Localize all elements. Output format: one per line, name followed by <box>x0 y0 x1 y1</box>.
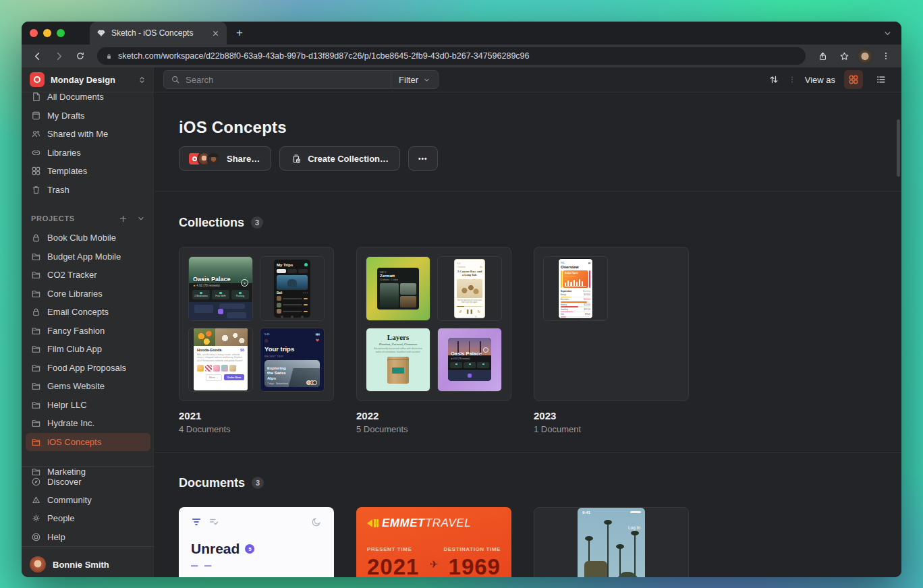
project-gems-website[interactable]: Gems Website <box>22 377 155 396</box>
trip-photo-card: Exploring the Swiss Alps 7 days · Switze… <box>264 360 320 388</box>
browser-window: Sketch - iOS Concepts + sketch.com/works… <box>22 22 901 577</box>
main-panel: Filter View as iOS Concepts <box>155 67 901 577</box>
close-window-button[interactable] <box>30 29 38 37</box>
bookmark-star-button[interactable] <box>835 47 853 65</box>
list-view-button[interactable] <box>872 70 891 89</box>
url-text: sketch.com/workspace/d22b88f0-63a9-43ab-… <box>118 51 530 61</box>
address-bar[interactable]: sketch.com/workspace/d22b88f0-63a9-43ab-… <box>97 47 806 65</box>
project-ios-concepts-selected[interactable]: iOS Concepts <box>26 433 150 452</box>
doc-thumb-oasis-palace: × Oasis Palace ★ 4.92 (78 reviews) 2 Bed… <box>188 256 253 321</box>
tab-search-chevron-icon[interactable] <box>883 29 892 38</box>
sidebar-item-help[interactable]: Help <box>22 528 155 547</box>
reload-button[interactable] <box>72 47 89 65</box>
user-name: Bonnie Smith <box>53 560 109 570</box>
collection-doc-count: 5 Documents <box>356 424 511 434</box>
minimize-window-button[interactable] <box>43 29 51 37</box>
collection-thumbnails: DAY 3 Zermatt 10 photos · 1 video 9:41 <box>356 247 511 401</box>
workspace-chevrons-icon <box>138 76 146 84</box>
project-book-club-mobile[interactable]: Book Club Mobile <box>22 229 155 247</box>
collection-thumbnails: × Oasis Palace ★ 4.92 (78 reviews) 2 Bed… <box>179 247 334 401</box>
sidebar-item-trash[interactable]: Trash <box>22 181 155 200</box>
project-more-button[interactable]: ••• <box>408 146 438 171</box>
project-food-app-proposals[interactable]: Food App Proposals <box>22 359 155 378</box>
doc-thumb-zermatt: DAY 3 Zermatt 10 photos · 1 video <box>366 256 430 321</box>
search-input[interactable] <box>186 75 391 85</box>
illustration <box>457 279 482 298</box>
project-core-libraries[interactable]: Core Libraries <box>22 285 155 303</box>
collection-doc-count: 1 Document <box>534 424 689 434</box>
sketch-favicon-icon <box>96 28 106 38</box>
collections-heading: Collections <box>179 216 244 230</box>
doc-thumb-hooda-gooda: Hooda-Gooda$6 Milk, vanilla extract, hea… <box>188 328 253 392</box>
filter-button[interactable]: Filter <box>391 71 438 88</box>
funnel-filter-icon <box>191 517 202 527</box>
project-marketing[interactable]: Marketing <box>22 467 155 477</box>
clipped-text: ▆▂▆▄ <box>191 563 322 566</box>
doc-thumb-your-trips: 9:41▮▮▮ ◎ Your trips RECENT TRIP Explori… <box>260 328 325 392</box>
unread-count-badge: 5 <box>245 544 254 554</box>
browser-profile-avatar[interactable] <box>857 48 873 64</box>
project-helpr-llc[interactable]: Helpr LLC <box>22 396 155 415</box>
forward-button[interactable] <box>50 47 67 65</box>
sidebar-item-my-drafts[interactable]: My Drafts <box>22 107 155 125</box>
add-project-icon[interactable] <box>119 214 128 223</box>
scrollbar[interactable] <box>897 119 900 177</box>
project-budget-app-mobile[interactable]: Budget App Mobile <box>22 247 155 266</box>
project-fancy-fashion[interactable]: Fancy Fashion <box>22 322 155 341</box>
sidebar-item-community[interactable]: Community <box>22 491 155 510</box>
sidebar-item-templates[interactable]: Templates <box>22 162 155 181</box>
sort-button[interactable] <box>768 74 779 85</box>
project-email-concepts[interactable]: Email Concepts <box>22 303 155 322</box>
food-photos <box>194 328 248 346</box>
document-card-emmet-travel[interactable]: EMMETTRAVEL PRESENT TIME DESTINATION TIM… <box>356 507 511 577</box>
sidebar: Monday Design All Documents My Drafts Sh… <box>22 67 155 577</box>
document-card-unread[interactable]: Unread 5 ▆▂▆▄ <box>179 507 334 577</box>
sidebar-item-libraries[interactable]: Libraries <box>22 144 155 163</box>
doc-thumb-my-trips: My Trips Bali• • • <box>260 256 325 321</box>
zoom-window-button[interactable] <box>57 29 65 37</box>
project-co2-tracker[interactable]: CO2 Tracker <box>22 266 155 285</box>
phone-mockup: 9:41 Log In <box>578 508 645 577</box>
tab-close-icon[interactable] <box>211 29 220 38</box>
user-menu[interactable]: Bonnie Smith <box>22 548 155 577</box>
sidebar-item-discover[interactable]: Discover <box>22 477 155 487</box>
sidebar-divider <box>22 546 155 547</box>
ssl-lock-icon <box>105 53 113 60</box>
main-topbar: Filter View as <box>155 67 901 92</box>
browser-tab-strip: Sketch - iOS Concepts + <box>22 22 901 45</box>
plane-icon: ✈ <box>430 558 439 570</box>
collaborator-avatar <box>206 152 221 166</box>
tab-title: Sketch - iOS Concepts <box>111 28 206 38</box>
collection-title: 2021 <box>179 410 334 421</box>
share-page-button[interactable] <box>814 47 831 65</box>
collection-card-2021[interactable]: × Oasis Palace ★ 4.92 (78 reviews) 2 Bed… <box>179 247 334 434</box>
search-icon <box>171 75 180 84</box>
document-card-login-photo[interactable]: 9:41 Log In <box>534 507 689 577</box>
arrow-logo-icon <box>367 519 379 527</box>
collection-title: 2022 <box>356 410 511 421</box>
browser-menu-button[interactable] <box>877 47 895 65</box>
sidebar-item-all-documents[interactable]: All Documents <box>22 92 155 107</box>
sidebar-item-shared-with-me[interactable]: Shared with Me <box>22 125 155 144</box>
collections-count-badge: 3 <box>251 216 263 229</box>
grid-view-button[interactable] <box>844 70 863 89</box>
collapse-projects-icon[interactable] <box>137 214 145 223</box>
new-tab-button[interactable]: + <box>236 26 243 40</box>
create-collection-button[interactable]: Create Collection… <box>279 146 400 171</box>
back-button[interactable] <box>28 47 46 65</box>
user-avatar <box>30 556 46 572</box>
collection-card-2022[interactable]: DAY 3 Zermatt 10 photos · 1 video 9:41 <box>356 247 511 434</box>
page-title: iOS Concepts <box>179 118 901 137</box>
budget-chart: Budget Spent $2,004 of $2,500 <box>563 270 588 288</box>
share-button[interactable]: Share… <box>179 146 271 171</box>
browser-tab[interactable]: Sketch - iOS Concepts <box>90 22 227 45</box>
sidebar-item-people[interactable]: People <box>22 509 155 528</box>
collaborator-avatars <box>188 152 221 166</box>
collection-card-2023[interactable]: 9:41▮▮ Overview Budget Spent $2,004 of $… <box>534 247 689 434</box>
section-divider <box>155 192 901 192</box>
workspace-switcher[interactable]: Monday Design <box>22 67 155 92</box>
documents-count-badge: 3 <box>252 477 264 489</box>
more-options-icon[interactable] <box>788 76 796 84</box>
project-film-club-app[interactable]: Film Club App <box>22 340 155 359</box>
project-hydrate-inc[interactable]: Hydrate Inc. <box>22 414 155 433</box>
